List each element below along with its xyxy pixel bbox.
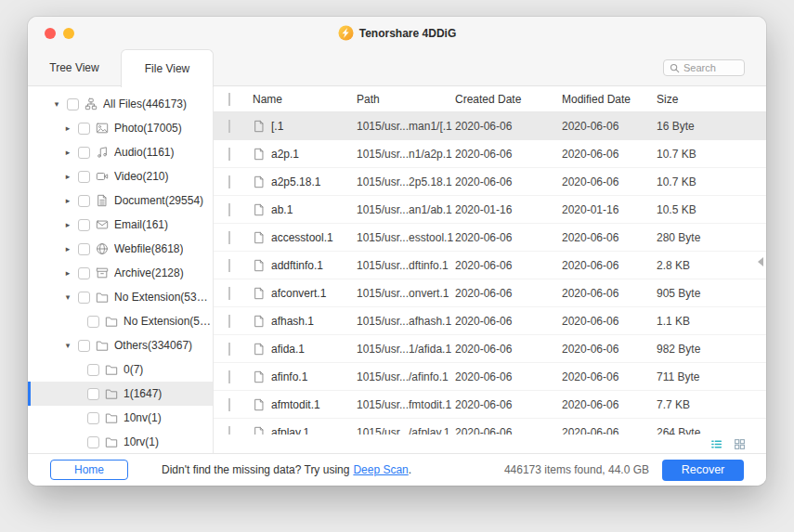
recover-button[interactable]: Recover — [662, 460, 744, 481]
select-all-checkbox[interactable] — [228, 93, 230, 106]
tree-item[interactable]: 10nv(1) — [28, 406, 213, 430]
chevron-right-icon[interactable]: ▸ — [63, 220, 72, 229]
chevron-down-icon[interactable]: ▾ — [63, 341, 72, 350]
tree-item[interactable]: No Extension(53269) — [28, 309, 213, 333]
tree-item[interactable]: 10rv(1) — [28, 430, 213, 453]
tree-item[interactable]: ▸Video(210) — [28, 164, 213, 188]
window-title: Tenorshare 4DDiG — [359, 27, 456, 40]
tree-item-checkbox[interactable] — [78, 267, 90, 279]
tree-item-checkbox[interactable] — [78, 195, 90, 207]
search-input[interactable] — [683, 62, 738, 73]
table-row[interactable]: a2p5.18.11015/usr...2p5.18.12020-06-0620… — [214, 168, 766, 196]
minimize-button[interactable] — [63, 28, 74, 39]
table-row[interactable]: a2p.11015/usr...n1/a2p.12020-06-062020-0… — [214, 140, 766, 168]
archive-icon — [96, 266, 109, 279]
table-row[interactable]: [.11015/usr...man1/[.12020-06-062020-06-… — [214, 112, 766, 140]
folder-icon — [105, 435, 118, 448]
grid-view-icon[interactable] — [734, 438, 746, 450]
row-checkbox[interactable] — [228, 315, 230, 328]
row-checkbox[interactable] — [228, 343, 230, 356]
row-checkbox[interactable] — [228, 231, 230, 244]
row-checkbox[interactable] — [228, 287, 230, 300]
column-header-path[interactable]: Path — [357, 93, 455, 106]
home-button[interactable]: Home — [50, 460, 128, 480]
table-row[interactable]: afinfo.11015/usr.../afinfo.12020-06-0620… — [214, 363, 766, 391]
chevron-right-icon[interactable]: ▸ — [63, 196, 72, 205]
tree-item[interactable]: ▸Document(29554) — [28, 188, 213, 213]
row-checkbox[interactable] — [228, 259, 230, 272]
tree-item[interactable]: ▸Audio(1161) — [28, 140, 213, 164]
table-row[interactable]: accesstool.11015/usr...esstool.12020-06-… — [214, 224, 766, 252]
column-header-created-date[interactable]: Created Date — [455, 93, 562, 106]
tab-strip: Tree View File View — [28, 49, 766, 86]
list-view-icon[interactable] — [710, 438, 722, 450]
view-toggle-strip — [214, 435, 766, 453]
tree-item[interactable]: ▸Webfile(8618) — [28, 237, 213, 261]
collapse-panel-arrow[interactable] — [758, 257, 763, 266]
row-checkbox[interactable] — [228, 120, 230, 133]
file-name: a2p5.18.1 — [271, 175, 320, 188]
chevron-right-icon[interactable]: ▸ — [63, 123, 72, 133]
file-created-date: 2020-06-06 — [455, 315, 562, 328]
tree-item-checkbox[interactable] — [87, 436, 99, 448]
tree-item-checkbox[interactable] — [87, 316, 99, 328]
table-row[interactable]: afmtodit.11015/usr...fmtodit.12020-06-06… — [214, 391, 766, 419]
column-header-name[interactable]: Name — [253, 93, 357, 106]
row-checkbox[interactable] — [228, 426, 230, 435]
tab-tree-view[interactable]: Tree View — [28, 49, 121, 86]
row-checkbox[interactable] — [228, 370, 230, 383]
chevron-right-icon[interactable]: ▸ — [63, 148, 72, 157]
tree-item-checkbox[interactable] — [87, 388, 99, 400]
file-modified-date: 2020-06-06 — [562, 398, 657, 411]
tree-item[interactable]: ▾Others(334067) — [28, 333, 213, 357]
table-row[interactable]: afconvert.11015/usr...onvert.12020-06-06… — [214, 279, 766, 307]
table-row[interactable]: afplay.11015/usr.../afplay.12020-06-0620… — [214, 419, 766, 435]
file-modified-date: 2020-06-06 — [562, 231, 657, 244]
deep-scan-link[interactable]: Deep Scan — [353, 463, 408, 476]
tree-item-label: Video(210) — [114, 170, 169, 183]
tree-item-checkbox[interactable] — [87, 364, 99, 376]
chevron-right-icon[interactable]: ▸ — [63, 172, 72, 181]
table-row[interactable]: afida.11015/usr...1/afida.12020-06-06202… — [214, 335, 766, 363]
table-row[interactable]: afhash.11015/usr...afhash.12020-06-06202… — [214, 307, 766, 335]
tree-item[interactable]: ▾No Extension(53269) — [28, 285, 213, 309]
chevron-right-icon[interactable]: ▸ — [63, 268, 72, 278]
tree-item[interactable]: ▸Email(161) — [28, 213, 213, 237]
row-checkbox[interactable] — [228, 203, 230, 216]
file-name: afplay.1 — [271, 426, 309, 435]
tree-item-checkbox[interactable] — [78, 340, 90, 352]
file-created-date: 2020-06-06 — [455, 120, 562, 133]
table-row[interactable]: addftinfo.11015/usr...dftinfo.12020-06-0… — [214, 252, 766, 279]
tree-item-checkbox[interactable] — [78, 123, 90, 135]
video-icon — [96, 170, 109, 183]
row-checkbox[interactable] — [228, 148, 230, 161]
chevron-down-icon[interactable]: ▾ — [52, 99, 61, 109]
tree-item-checkbox[interactable] — [67, 98, 79, 110]
tree-item[interactable]: 0(7) — [28, 357, 213, 382]
tree-item[interactable]: ▾All Files(446173) — [28, 92, 213, 116]
column-header-modified-date[interactable]: Modified Date — [562, 93, 657, 106]
tree-item-label: Others(334067) — [114, 339, 192, 352]
search-box[interactable] — [663, 59, 745, 76]
tree-item-checkbox[interactable] — [78, 147, 90, 159]
column-header-size[interactable]: Size — [657, 93, 766, 106]
tree-item[interactable]: ▸Photo(17005) — [28, 116, 213, 140]
tree-item-checkbox[interactable] — [78, 219, 90, 231]
table-row[interactable]: ab.11015/usr...an1/ab.12020-01-162020-01… — [214, 196, 766, 224]
tree-item[interactable]: ▸Archive(2128) — [28, 261, 213, 285]
tab-file-view[interactable]: File View — [121, 49, 214, 87]
chevron-right-icon[interactable]: ▸ — [63, 244, 72, 253]
file-size: 280 Byte — [657, 231, 766, 244]
tree-item-checkbox[interactable] — [78, 171, 90, 183]
chevron-down-icon[interactable]: ▾ — [63, 292, 72, 302]
tree-item-checkbox[interactable] — [78, 292, 90, 304]
row-checkbox[interactable] — [228, 175, 230, 188]
tree-item[interactable]: 1(1647) — [28, 382, 213, 406]
titlebar: Tenorshare 4DDiG — [28, 17, 766, 49]
file-size: 10.7 KB — [657, 148, 766, 161]
tree-item-checkbox[interactable] — [78, 243, 90, 255]
row-checkbox[interactable] — [228, 398, 230, 411]
tree-item-label: Audio(1161) — [114, 146, 175, 159]
tree-item-checkbox[interactable] — [87, 412, 99, 424]
close-button[interactable] — [45, 28, 56, 39]
